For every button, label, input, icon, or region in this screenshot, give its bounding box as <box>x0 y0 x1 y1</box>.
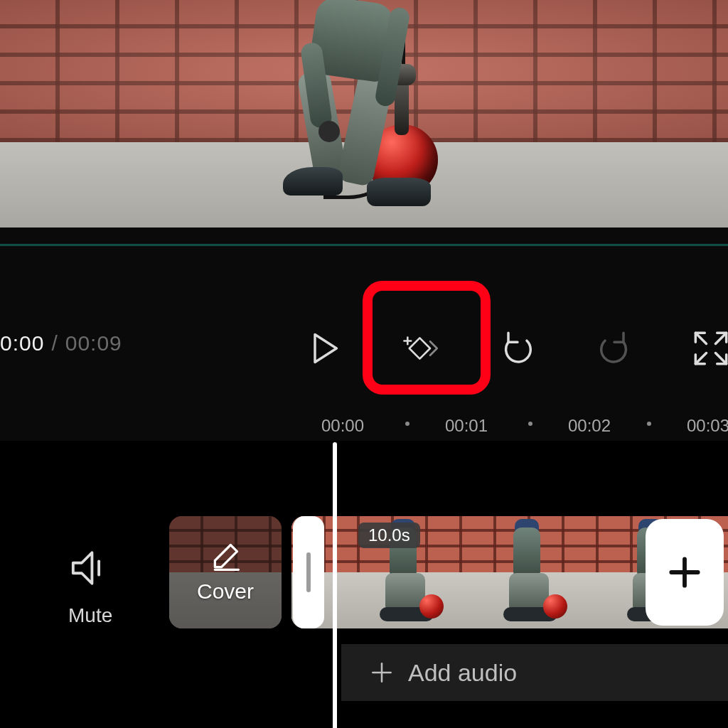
svg-line-6 <box>716 353 727 364</box>
add-audio-button[interactable]: Add audio <box>341 644 728 701</box>
transport-bar: 0:00 / 00:09 <box>0 306 728 391</box>
speaker-icon <box>70 547 111 589</box>
redo-button[interactable] <box>596 330 633 367</box>
clip-trim-handle[interactable] <box>293 516 324 628</box>
preview-scrub-bar[interactable] <box>0 244 728 246</box>
play-button[interactable] <box>306 330 343 367</box>
ruler-dot <box>405 422 410 426</box>
edit-pencil-icon <box>210 541 241 572</box>
fullscreen-icon <box>692 330 728 367</box>
svg-marker-0 <box>315 335 336 363</box>
keyframe-button[interactable] <box>402 330 439 367</box>
fullscreen-button[interactable] <box>692 330 728 367</box>
preview-subject-figurine <box>199 0 498 213</box>
redo-icon <box>596 330 633 367</box>
time-separator: / <box>51 331 58 355</box>
svg-line-7 <box>695 353 706 364</box>
time-current: 0:00 <box>0 331 44 355</box>
timeline[interactable]: Mute Cover 10.0s <box>0 441 728 728</box>
cover-overlay: Cover <box>169 516 282 628</box>
ruler-tick: 00:00 <box>321 416 364 436</box>
ruler-dot <box>528 422 532 426</box>
mute-label: Mute <box>68 604 112 627</box>
svg-line-4 <box>695 333 706 343</box>
clip-duration-badge: 10.0s <box>358 523 420 548</box>
svg-line-5 <box>716 333 727 343</box>
cover-label: Cover <box>197 579 254 604</box>
plus-icon <box>665 552 705 592</box>
time-duration: 00:09 <box>65 331 122 355</box>
play-icon <box>306 330 343 367</box>
clip-frame <box>472 520 593 624</box>
add-clip-button[interactable] <box>646 519 724 626</box>
cover-thumbnail[interactable]: Cover <box>169 516 282 628</box>
timeline-ruler[interactable]: 00:00 00:01 00:02 00:03 <box>0 416 728 444</box>
ruler-tick: 00:03 <box>687 416 728 436</box>
mute-button[interactable]: Mute <box>68 547 112 627</box>
ruler-dot <box>647 422 651 426</box>
add-audio-label: Add audio <box>408 659 517 687</box>
video-preview[interactable] <box>0 0 728 228</box>
svg-marker-3 <box>410 338 430 358</box>
ruler-tick: 00:01 <box>445 416 488 436</box>
plus-icon <box>368 659 395 686</box>
playhead[interactable] <box>333 442 337 728</box>
undo-button[interactable] <box>499 330 536 367</box>
undo-icon <box>499 330 536 367</box>
svg-marker-8 <box>73 552 92 584</box>
time-display: 0:00 / 00:09 <box>0 331 122 355</box>
ruler-tick: 00:02 <box>568 416 611 436</box>
keyframe-diamond-icon <box>402 330 439 367</box>
